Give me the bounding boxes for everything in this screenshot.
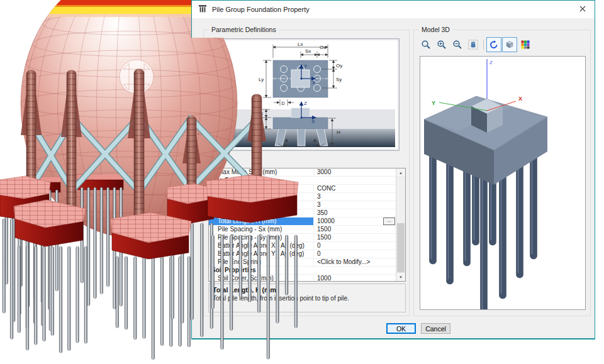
pan-button[interactable]	[466, 37, 481, 52]
grid-row-value[interactable]: 0	[314, 242, 396, 250]
zoom-in-icon	[437, 40, 447, 50]
cancel-button[interactable]: Cancel	[421, 323, 450, 334]
scroll-up-icon[interactable]: ▲	[396, 168, 405, 177]
model3d-label: Model 3D	[419, 26, 452, 33]
scroll-thumb[interactable]	[397, 223, 405, 272]
ok-button[interactable]: OK	[386, 323, 416, 334]
grid-scrollbar[interactable]: ▲ ▼	[396, 168, 405, 281]
grid-row-value[interactable]: CONC	[314, 185, 396, 192]
dialog-title: Pile Group Foundation Property	[212, 6, 310, 13]
grid-row-value[interactable]: 1500	[314, 226, 396, 233]
dim-label-ox: Ox	[320, 45, 326, 50]
model3d-render: Y X Z	[420, 57, 585, 309]
scroll-down-icon[interactable]: ▼	[396, 272, 405, 281]
parametric-definitions-label: Parametric Definitions	[209, 26, 279, 33]
tank-model-view[interactable]	[0, 0, 315, 364]
close-icon	[579, 6, 586, 12]
axis-label-x: X	[518, 96, 522, 102]
screen: Pile Group Foundation Property Parametri…	[0, 0, 604, 364]
zoom-extents-icon	[421, 40, 431, 50]
grid-row-value[interactable]: 1500	[314, 234, 396, 241]
model3d-viewport[interactable]: Y X Z	[420, 56, 586, 310]
dialog-titlebar[interactable]: Pile Group Foundation Property	[192, 1, 595, 18]
zoom-out-button[interactable]	[450, 37, 465, 52]
iso-view-button[interactable]	[502, 37, 517, 52]
grid-row-value[interactable]: 3000	[314, 168, 396, 176]
grid-row-value[interactable]: 10000...	[314, 218, 396, 225]
render-palette-icon	[520, 40, 530, 50]
grid-row-value[interactable]: 350	[314, 209, 396, 217]
grid-row-value[interactable]: 0	[314, 250, 396, 258]
model3d-toolbar	[418, 37, 533, 52]
grid-row-value[interactable]: 3	[314, 193, 396, 201]
grid-row-value[interactable]: <Click to Modify...>	[314, 258, 396, 266]
dim-label-sy: Sy	[336, 77, 342, 82]
rotate-icon	[489, 40, 499, 50]
zoom-out-icon	[452, 40, 462, 50]
dim-label-h: H	[337, 130, 340, 135]
zoom-extents-button[interactable]	[418, 37, 433, 52]
close-button[interactable]	[574, 3, 591, 14]
render-palette-button[interactable]	[518, 37, 533, 52]
grid-row-value[interactable]: 3	[314, 201, 396, 209]
rotate-button[interactable]	[486, 37, 501, 52]
zoom-in-button[interactable]	[434, 37, 449, 52]
axis-label-y: Y	[432, 100, 435, 106]
pile-group-app-icon	[198, 4, 207, 15]
grid-row-value[interactable]: 1000	[314, 275, 396, 282]
toolbar-separator	[483, 40, 484, 50]
ellipsis-button[interactable]: ...	[383, 218, 395, 225]
iso-cube-icon	[505, 40, 515, 50]
pan-hand-icon	[468, 40, 478, 50]
axis-label-z: Z	[489, 60, 493, 65]
dim-label-oy: Oy	[336, 63, 342, 69]
tank-model-svg	[0, 0, 315, 364]
